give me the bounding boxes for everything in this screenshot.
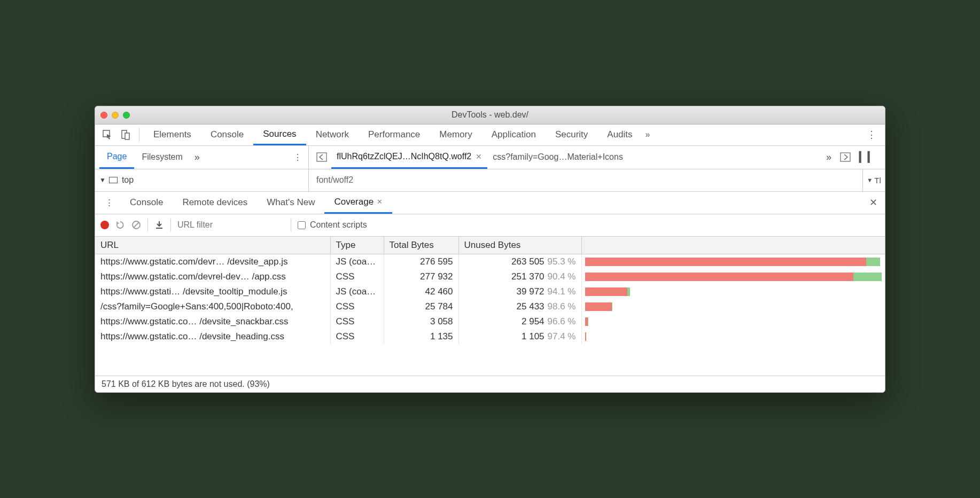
more-navigator-tabs-icon[interactable]: »	[195, 152, 200, 163]
main-tab-audits[interactable]: Audits	[597, 124, 642, 145]
cell-total-bytes: 276 595	[384, 254, 458, 269]
cell-unused-bytes: 39 97294.1 %	[458, 284, 581, 299]
status-text: 571 KB of 612 KB bytes are not used. (93…	[102, 379, 270, 388]
table-row[interactable]: /css?family=Google+Sans:400,500|Roboto:4…	[95, 299, 885, 314]
cell-usage-bar	[581, 329, 885, 344]
cell-total-bytes: 1 135	[384, 329, 458, 344]
cell-unused-bytes: 2 95496.6 %	[458, 314, 581, 329]
more-tabs-icon[interactable]: »	[645, 130, 650, 139]
export-icon[interactable]	[154, 220, 164, 230]
cell-total-bytes: 277 932	[384, 269, 458, 284]
svg-rect-4	[841, 153, 850, 161]
drawer-tab-console[interactable]: Console	[120, 192, 173, 214]
file-tree-pane[interactable]: ▼ top	[95, 169, 309, 191]
drawer-menu-icon[interactable]: ⋮	[98, 197, 120, 208]
cell-unused-bytes: 263 50595.3 %	[458, 254, 581, 269]
coverage-table: URL Type Total Bytes Unused Bytes https:…	[95, 237, 885, 344]
content-scripts-checkbox[interactable]	[298, 221, 306, 229]
cell-type: CSS	[330, 329, 384, 344]
file-mime-type: font/woff2	[316, 175, 353, 185]
nav-back-icon[interactable]	[312, 152, 331, 162]
main-tab-strip: ElementsConsoleSourcesNetworkPerformance…	[95, 124, 885, 146]
cell-type: CSS	[330, 314, 384, 329]
col-type[interactable]: Type	[330, 237, 384, 254]
open-files-tabs: flUhRq6tzZclQEJ…NcIhQ8tQ.woff2✕css?famil…	[309, 146, 885, 169]
drawer-tab-label: Remote devices	[182, 197, 247, 208]
table-row[interactable]: https://www.gstatic.co… /devsite_heading…	[95, 329, 885, 344]
cell-url: https://www.gstatic.co… /devsite_heading…	[95, 329, 330, 344]
inspect-element-icon[interactable]	[98, 126, 116, 144]
drawer-tab-what-s-new[interactable]: What's New	[257, 192, 324, 214]
svg-rect-2	[125, 133, 129, 139]
col-unused-bytes[interactable]: Unused Bytes	[458, 237, 581, 254]
cell-type: JS (coa…	[330, 284, 384, 299]
file-tab-label: css?family=Goog…Material+Icons	[493, 152, 623, 162]
tree-top-label: top	[122, 175, 134, 185]
divider	[291, 219, 291, 231]
drawer-tab-coverage[interactable]: Coverage✕	[324, 192, 392, 214]
drawer-tab-label: What's New	[267, 197, 315, 208]
svg-line-6	[134, 222, 139, 228]
device-toolbar-icon[interactable]	[116, 126, 135, 144]
content-scripts-label: Content scripts	[310, 220, 367, 230]
settings-menu-icon[interactable]: ⋮	[861, 129, 882, 141]
main-tab-console[interactable]: Console	[201, 124, 253, 145]
main-tab-elements[interactable]: Elements	[144, 124, 201, 145]
drawer-tab-label: Console	[130, 197, 163, 208]
file-info-pane: font/woff2	[309, 169, 862, 191]
file-tab[interactable]: css?family=Goog…Material+Icons	[487, 146, 628, 169]
reload-icon[interactable]	[115, 220, 125, 230]
table-row[interactable]: https://www.gstati… /devsite_tooltip_mod…	[95, 284, 885, 299]
close-drawer-icon[interactable]: ✕	[862, 197, 885, 208]
drawer-tab-remote-devices[interactable]: Remote devices	[173, 192, 257, 214]
record-button[interactable]	[100, 221, 109, 229]
coverage-table-wrap: URL Type Total Bytes Unused Bytes https:…	[95, 237, 885, 376]
col-usage-bar[interactable]	[581, 237, 885, 254]
cell-usage-bar	[581, 284, 885, 299]
cell-total-bytes: 25 784	[384, 299, 458, 314]
cell-usage-bar	[581, 314, 885, 329]
svg-rect-3	[317, 153, 326, 161]
navigator-tab-page[interactable]: Page	[99, 146, 134, 169]
main-tab-performance[interactable]: Performance	[359, 124, 430, 145]
table-row[interactable]: https://www.gstatic.com/devr… /devsite_a…	[95, 254, 885, 269]
cell-url: https://www.gstatic.co… /devsite_snackba…	[95, 314, 330, 329]
cell-usage-bar	[581, 269, 885, 284]
clear-icon[interactable]	[131, 220, 141, 230]
url-filter-input[interactable]	[177, 220, 284, 230]
col-total-bytes[interactable]: Total Bytes	[384, 237, 458, 254]
main-tab-application[interactable]: Application	[482, 124, 546, 145]
cell-url: https://www.gstati… /devsite_tooltip_mod…	[95, 284, 330, 299]
cell-type: JS (coa…	[330, 254, 384, 269]
close-tab-icon[interactable]: ✕	[476, 152, 482, 161]
divider	[170, 219, 171, 231]
file-tab[interactable]: flUhRq6tzZclQEJ…NcIhQ8tQ.woff2✕	[331, 146, 487, 169]
navigator-tabs: PageFilesystem » ⋮	[95, 146, 309, 169]
nav-forward-icon[interactable]	[837, 152, 854, 162]
titlebar: DevTools - web.dev/	[95, 106, 885, 124]
table-row[interactable]: https://www.gstatic.com/devrel-dev… /app…	[95, 269, 885, 284]
drawer-tab-label: Coverage	[334, 197, 374, 207]
main-tab-sources[interactable]: Sources	[253, 124, 306, 145]
threads-pane-toggle[interactable]: ▼ Tl	[862, 169, 885, 191]
col-url[interactable]: URL	[95, 237, 330, 254]
main-tab-memory[interactable]: Memory	[430, 124, 481, 145]
pause-script-icon[interactable]: ▎▎	[856, 151, 880, 163]
coverage-statusbar: 571 KB of 612 KB bytes are not used. (93…	[95, 376, 885, 392]
table-row[interactable]: https://www.gstatic.co… /devsite_snackba…	[95, 314, 885, 329]
main-tab-network[interactable]: Network	[306, 124, 359, 145]
cell-unused-bytes: 251 37090.4 %	[458, 269, 581, 284]
cell-unused-bytes: 25 43398.6 %	[458, 299, 581, 314]
expand-arrow-icon[interactable]: ▼	[99, 176, 106, 184]
window-title: DevTools - web.dev/	[95, 110, 885, 120]
divider	[147, 219, 148, 231]
table-header-row: URL Type Total Bytes Unused Bytes	[95, 237, 885, 254]
close-tab-icon[interactable]: ✕	[377, 198, 383, 206]
cell-usage-bar	[581, 254, 885, 269]
more-file-tabs-icon[interactable]: »	[823, 152, 835, 163]
content-scripts-toggle[interactable]: Content scripts	[298, 220, 367, 230]
main-tab-security[interactable]: Security	[546, 124, 597, 145]
navigator-menu-icon[interactable]: ⋮	[287, 152, 308, 162]
navigator-tab-filesystem[interactable]: Filesystem	[134, 146, 190, 169]
drawer-tab-strip: ⋮ ConsoleRemote devicesWhat's NewCoverag…	[95, 192, 885, 214]
